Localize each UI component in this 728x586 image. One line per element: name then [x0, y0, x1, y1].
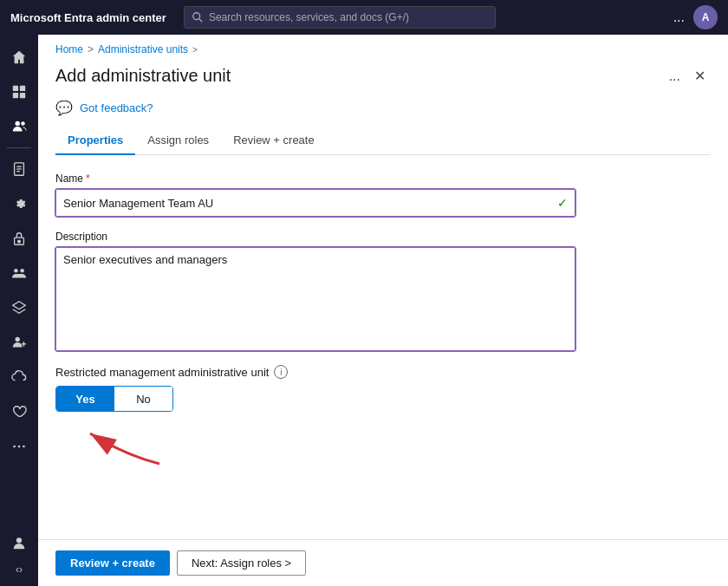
- layout: ‹› Home > Administrative units > Add adm…: [0, 35, 728, 586]
- feedback-label: Got feedback?: [80, 101, 153, 114]
- tabs: Properties Assign roles Review + create: [55, 127, 711, 155]
- search-bar[interactable]: Search resources, services, and docs (G+…: [184, 6, 496, 29]
- name-valid-icon: ✓: [557, 196, 568, 210]
- svg-point-0: [193, 13, 200, 20]
- breadcrumb-sep-1: >: [88, 43, 94, 55]
- svg-point-6: [16, 121, 20, 126]
- footer: Review + create Next: Assign roles >: [38, 539, 728, 586]
- svg-rect-2: [13, 86, 18, 91]
- sidebar-item-user-bottom[interactable]: [3, 527, 35, 558]
- svg-point-22: [23, 446, 25, 448]
- name-input[interactable]: Senior Management Team AU ✓: [55, 189, 575, 217]
- arrow-annotation: [55, 412, 229, 472]
- breadcrumb-home[interactable]: Home: [55, 43, 83, 55]
- svg-rect-3: [20, 86, 25, 91]
- svg-point-20: [13, 446, 16, 448]
- sidebar-item-lock[interactable]: [3, 223, 35, 254]
- svg-point-14: [14, 269, 18, 273]
- sidebar-item-cloud[interactable]: [3, 361, 35, 393]
- restricted-section: Restricted management administrative uni…: [55, 365, 711, 412]
- sidebar-item-layers[interactable]: [3, 292, 35, 323]
- svg-rect-4: [13, 93, 18, 98]
- svg-point-23: [16, 537, 22, 543]
- sidebar-bottom: ‹›: [3, 525, 35, 581]
- sidebar-item-heart[interactable]: [3, 396, 35, 427]
- dialog-more-button[interactable]: ...: [669, 68, 680, 84]
- main-content: Home > Administrative units > Add admini…: [38, 35, 728, 586]
- svg-point-15: [20, 269, 24, 273]
- description-textarea[interactable]: Senior executives and managers: [55, 247, 575, 351]
- restricted-label-row: Restricted management administrative uni…: [55, 365, 711, 379]
- sidebar-item-group[interactable]: [3, 257, 35, 289]
- topbar-right: ... A: [673, 5, 718, 29]
- dialog-header: Add administrative unit ... ✕: [38, 61, 728, 93]
- svg-rect-5: [20, 93, 25, 98]
- sidebar-expand-chevron[interactable]: ‹›: [16, 563, 23, 576]
- svg-point-7: [21, 121, 25, 126]
- app-title: Microsoft Entra admin center: [10, 11, 166, 24]
- tab-assign-roles[interactable]: Assign roles: [135, 127, 221, 155]
- search-icon: [192, 11, 204, 23]
- sidebar-item-apps[interactable]: [3, 76, 35, 107]
- toggle-yes[interactable]: Yes: [56, 387, 114, 411]
- sidebar-item-users[interactable]: [3, 111, 35, 142]
- svg-point-13: [18, 240, 21, 243]
- breadcrumb-sep-2: >: [192, 45, 198, 55]
- name-field: Name * Senior Management Team AU ✓: [55, 173, 711, 217]
- sidebar-item-person-plus[interactable]: [3, 327, 35, 358]
- next-assign-roles-button[interactable]: Next: Assign roles >: [177, 550, 306, 576]
- dialog-title: Add administrative unit: [55, 66, 660, 86]
- feedback-icon: 💬: [55, 100, 73, 116]
- sidebar-item-more[interactable]: [3, 431, 35, 462]
- review-create-button[interactable]: Review + create: [55, 550, 170, 576]
- tab-review-create[interactable]: Review + create: [221, 127, 327, 155]
- search-placeholder: Search resources, services, and docs (G+…: [209, 11, 409, 23]
- toggle-group[interactable]: Yes No: [55, 386, 173, 412]
- svg-line-1: [199, 19, 203, 23]
- description-value: Senior executives and managers: [63, 253, 227, 266]
- restricted-label: Restricted management administrative uni…: [55, 366, 269, 379]
- name-input-value: Senior Management Team AU: [63, 197, 568, 210]
- svg-point-21: [18, 446, 21, 448]
- description-field: Description Senior executives and manage…: [55, 231, 711, 351]
- svg-marker-16: [13, 302, 25, 309]
- topbar: Microsoft Entra admin center Search reso…: [0, 0, 728, 35]
- topbar-more-button[interactable]: ...: [673, 10, 685, 25]
- sidebar: ‹›: [0, 35, 38, 586]
- sidebar-divider-1: [7, 147, 31, 148]
- dialog-close-button[interactable]: ✕: [689, 66, 711, 86]
- avatar[interactable]: A: [693, 5, 718, 29]
- arrow-svg: [55, 412, 211, 472]
- sidebar-item-settings[interactable]: [3, 188, 35, 219]
- sidebar-item-document[interactable]: [3, 153, 35, 185]
- feedback-bar[interactable]: 💬 Got feedback?: [55, 93, 711, 127]
- breadcrumb: Home > Administrative units >: [38, 35, 728, 61]
- toggle-no[interactable]: No: [114, 387, 172, 411]
- content-area: 💬 Got feedback? Properties Assign roles …: [38, 93, 728, 539]
- breadcrumb-admin-units[interactable]: Administrative units: [98, 43, 188, 55]
- svg-point-17: [16, 337, 20, 342]
- sidebar-item-home[interactable]: [3, 42, 35, 73]
- name-label: Name *: [55, 173, 711, 185]
- description-label: Description: [55, 231, 711, 243]
- restricted-info-icon[interactable]: i: [274, 365, 288, 379]
- name-required-star: *: [86, 173, 90, 185]
- tab-properties[interactable]: Properties: [55, 127, 135, 155]
